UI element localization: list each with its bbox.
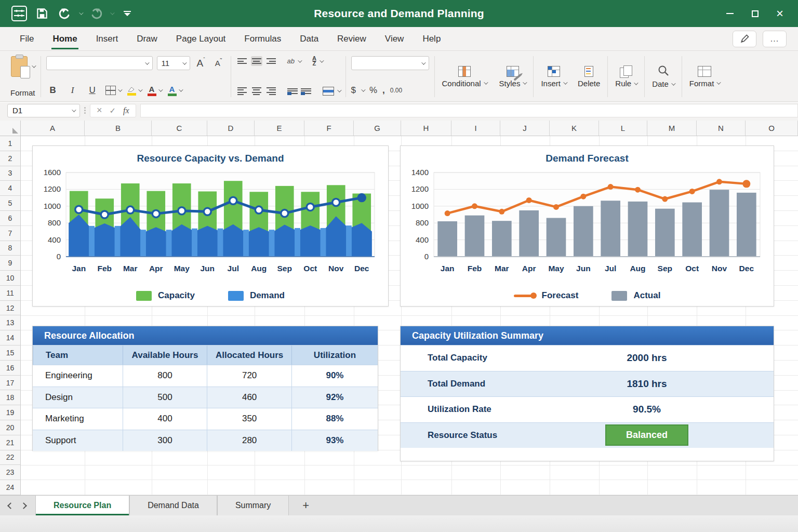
column-header-I[interactable]: I: [451, 121, 500, 136]
menu-item-home[interactable]: Home: [45, 29, 84, 49]
row-header-3[interactable]: 3: [0, 166, 21, 181]
row-header-18[interactable]: 18: [0, 390, 21, 405]
value-cell[interactable]: 400: [123, 408, 207, 430]
grow-font-button[interactable]: Aˆ: [194, 57, 208, 70]
row-header-14[interactable]: 14: [0, 330, 21, 345]
column-header-D[interactable]: D: [207, 121, 255, 136]
menu-item-data[interactable]: Data: [292, 29, 326, 49]
value-cell[interactable]: 800: [123, 365, 207, 387]
rule-button[interactable]: Rule: [613, 64, 639, 89]
undo-button[interactable]: [56, 5, 74, 22]
select-all-corner[interactable]: [0, 121, 21, 136]
format-cells-button[interactable]: Format: [687, 65, 722, 89]
formula-input[interactable]: [140, 104, 798, 117]
align-left-button[interactable]: [236, 85, 248, 98]
column-header-C[interactable]: C: [152, 121, 207, 136]
shrink-font-button[interactable]: A˜: [212, 57, 225, 70]
column-header[interactable]: Available Hours: [123, 345, 207, 365]
minimize-button[interactable]: [721, 5, 739, 22]
column-header[interactable]: Team: [33, 345, 123, 365]
column-header-O[interactable]: O: [746, 121, 798, 136]
row-header-5[interactable]: 5: [0, 196, 21, 211]
align-center-button[interactable]: [251, 85, 262, 98]
row-header-8[interactable]: 8: [0, 241, 21, 256]
draw-pen-button[interactable]: [733, 31, 756, 47]
percent-button[interactable]: %: [369, 84, 377, 97]
value-cell[interactable]: 280: [207, 430, 291, 451]
column-header-K[interactable]: K: [550, 121, 599, 136]
currency-button[interactable]: $: [351, 84, 356, 97]
value-cell[interactable]: 93%: [291, 430, 378, 451]
value-cell[interactable]: 88%: [291, 408, 378, 430]
column-header-B[interactable]: B: [85, 121, 152, 136]
next-sheet-icon[interactable]: [20, 502, 27, 509]
column-header-E[interactable]: E: [255, 121, 304, 136]
align-bottom-button[interactable]: [265, 56, 277, 66]
sort-icon[interactable]: AZ: [312, 56, 316, 66]
value-cell[interactable]: 92%: [291, 387, 378, 408]
row-header-22[interactable]: 22: [0, 450, 21, 466]
prev-sheet-icon[interactable]: [7, 502, 14, 509]
column-header-A[interactable]: A: [21, 121, 85, 136]
sheet-tab-summary[interactable]: Summary: [217, 496, 289, 515]
sheet-tab-demand-data[interactable]: Demand Data: [129, 496, 217, 515]
menu-item-insert[interactable]: Insert: [89, 29, 126, 49]
menu-item-view[interactable]: View: [378, 29, 411, 49]
delete-cells-button[interactable]: Delete: [576, 65, 602, 89]
demand-forecast-chart[interactable]: Demand Forecast 1400120010008004000JanFe…: [400, 145, 774, 307]
value-cell[interactable]: 90%: [291, 365, 378, 387]
row-header-19[interactable]: 19: [0, 405, 21, 420]
align-top-button[interactable]: [236, 56, 248, 66]
column-header-L[interactable]: L: [599, 121, 647, 136]
italic-button[interactable]: I: [66, 84, 79, 97]
wrap-text-icon[interactable]: ab: [287, 57, 295, 65]
team-cell[interactable]: Support: [33, 430, 123, 451]
add-sheet-button[interactable]: +: [289, 496, 323, 515]
row-header-10[interactable]: 10: [0, 271, 21, 286]
row-header-4[interactable]: 4: [0, 181, 21, 196]
maximize-button[interactable]: [746, 5, 764, 22]
font-name-combo[interactable]: [46, 56, 153, 70]
number-format-combo[interactable]: [351, 56, 429, 70]
menu-item-file[interactable]: File: [12, 29, 41, 49]
undo-dropdown-icon[interactable]: [79, 10, 83, 15]
cell-styles-button[interactable]: Styles: [497, 65, 528, 89]
team-cell[interactable]: Marketing: [33, 408, 123, 430]
summary-value[interactable]: 1810 hrs: [520, 378, 774, 390]
value-cell[interactable]: 460: [207, 387, 291, 408]
quick-access-icon[interactable]: [118, 5, 136, 22]
merge-center-icon[interactable]: [323, 87, 334, 96]
menu-item-draw[interactable]: Draw: [129, 29, 165, 49]
row-header-17[interactable]: 17: [0, 376, 21, 391]
redo-button[interactable]: [87, 5, 105, 22]
name-box[interactable]: D1: [7, 104, 80, 117]
bold-button[interactable]: B: [46, 84, 60, 97]
increase-indent-icon[interactable]: [301, 87, 311, 95]
close-button[interactable]: ×: [771, 5, 789, 22]
menu-item-formulas[interactable]: Formulas: [237, 29, 288, 49]
conditional-formatting-button[interactable]: Conditional: [440, 65, 489, 89]
capacity-demand-chart[interactable]: Resource Capacity vs. Demand 16001200100…: [32, 145, 389, 307]
sheet-tab-resource-plan[interactable]: Resource Plan: [35, 496, 129, 515]
underline-button[interactable]: U: [86, 84, 99, 97]
font-size-combo[interactable]: 11: [157, 56, 190, 70]
align-right-button[interactable]: [265, 85, 277, 98]
row-header-7[interactable]: 7: [0, 226, 21, 241]
value-cell[interactable]: 720: [207, 365, 291, 387]
row-header-15[interactable]: 15: [0, 345, 21, 361]
row-header-21[interactable]: 21: [0, 435, 21, 450]
menu-item-help[interactable]: Help: [415, 29, 448, 49]
menu-item-review[interactable]: Review: [330, 29, 374, 49]
redo-dropdown-icon[interactable]: [110, 10, 114, 15]
summary-value[interactable]: 2000 hrs: [520, 352, 774, 364]
row-header-6[interactable]: 6: [0, 211, 21, 226]
column-header-G[interactable]: G: [354, 121, 401, 136]
decrease-indent-icon[interactable]: [287, 87, 298, 95]
row-header-12[interactable]: 12: [0, 301, 21, 316]
row-header-20[interactable]: 20: [0, 420, 21, 435]
value-cell[interactable]: 500: [123, 387, 207, 408]
column-header-H[interactable]: H: [401, 121, 451, 136]
row-header-24[interactable]: 24: [0, 480, 21, 495]
font-color-button[interactable]: A: [148, 85, 162, 96]
menu-item-page-layout[interactable]: Page Layout: [169, 29, 233, 49]
